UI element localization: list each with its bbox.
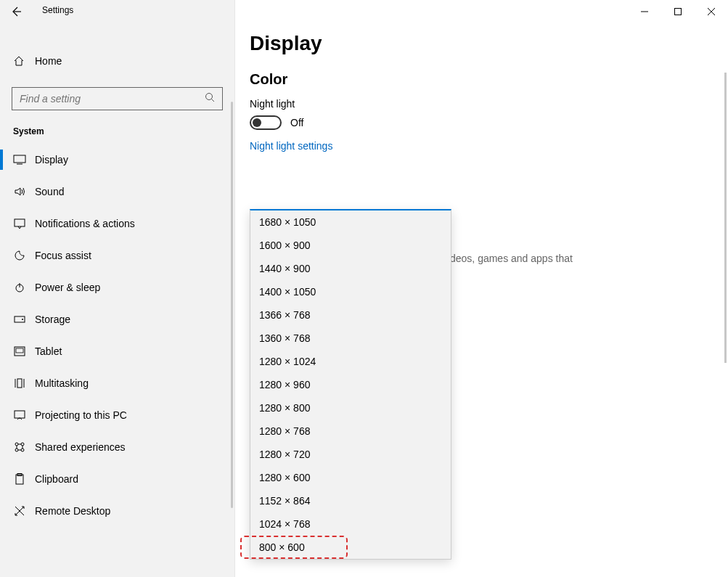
- svg-point-22: [15, 449, 18, 451]
- back-button[interactable]: [0, 0, 32, 23]
- resolution-dropdown[interactable]: 1680 × 1050 1600 × 900 1440 × 900 1400 ×…: [250, 209, 451, 560]
- main-scrollbar[interactable]: [724, 73, 727, 363]
- svg-rect-17: [17, 379, 22, 388]
- maximize-button[interactable]: [661, 0, 695, 23]
- svg-point-23: [21, 449, 24, 451]
- page-title: Display: [250, 32, 714, 55]
- svg-rect-15: [16, 348, 23, 353]
- resolution-option[interactable]: 1280 × 960: [250, 373, 451, 396]
- nav-focus-assist[interactable]: Focus assist: [0, 240, 234, 271]
- resolution-option[interactable]: 1024 × 768: [250, 512, 451, 536]
- resolution-option[interactable]: 1360 × 768: [250, 327, 451, 350]
- search-box[interactable]: [12, 87, 223, 110]
- home-icon: [13, 55, 26, 67]
- resolution-option[interactable]: 1366 × 768: [250, 303, 451, 327]
- svg-rect-9: [15, 219, 25, 226]
- night-light-toggle[interactable]: [250, 115, 282, 130]
- nav-clipboard[interactable]: Clipboard: [0, 463, 234, 495]
- resolution-option[interactable]: 1680 × 1050: [250, 210, 451, 234]
- power-icon: [13, 282, 26, 293]
- resolution-option[interactable]: 1440 × 900: [250, 257, 451, 280]
- multitasking-icon: [13, 378, 26, 388]
- resolution-option[interactable]: 1280 × 1024: [250, 350, 451, 373]
- sound-icon: [13, 186, 26, 197]
- hdr-description: deos, games and apps that: [450, 253, 728, 264]
- svg-point-13: [22, 319, 23, 320]
- nav-sound[interactable]: Sound: [0, 176, 234, 208]
- nav-display[interactable]: Display: [0, 144, 234, 176]
- remote-desktop-icon: [13, 505, 26, 517]
- search-input[interactable]: [20, 93, 194, 105]
- nav-storage[interactable]: Storage: [0, 303, 234, 335]
- svg-point-20: [15, 443, 18, 446]
- nav-remote-desktop[interactable]: Remote Desktop: [0, 495, 234, 527]
- sidebar-header: Settings: [0, 0, 234, 23]
- close-button[interactable]: [695, 0, 728, 23]
- resolution-option[interactable]: 1152 × 864: [250, 489, 451, 512]
- clipboard-icon: [13, 473, 26, 485]
- sidebar-scrollbar[interactable]: [231, 102, 233, 508]
- nav-multitasking[interactable]: Multitasking: [0, 367, 234, 399]
- section-title: System: [13, 126, 234, 136]
- resolution-option[interactable]: 1280 × 720: [250, 443, 451, 466]
- display-icon: [13, 155, 26, 165]
- resolution-option[interactable]: 1280 × 800: [250, 396, 451, 420]
- home-nav[interactable]: Home: [0, 45, 234, 77]
- projecting-icon: [13, 410, 26, 420]
- app-title: Settings: [42, 5, 73, 15]
- nav-shared-experiences[interactable]: Shared experiences: [0, 431, 234, 463]
- storage-icon: [13, 316, 26, 323]
- resolution-option[interactable]: 1280 × 600: [250, 466, 451, 489]
- notifications-icon: [13, 218, 26, 229]
- shared-experiences-icon: [13, 441, 26, 453]
- resolution-option[interactable]: 1600 × 900: [250, 234, 451, 257]
- nav-power-sleep[interactable]: Power & sleep: [0, 271, 234, 303]
- toggle-state: Off: [290, 117, 303, 128]
- night-light-settings-link[interactable]: Night light settings: [250, 140, 714, 152]
- nav-notifications[interactable]: Notifications & actions: [0, 208, 234, 240]
- home-label: Home: [35, 55, 62, 67]
- svg-point-5: [206, 94, 213, 100]
- main-content: Display Color Night light Off Night ligh…: [250, 32, 714, 152]
- nav-tablet[interactable]: Tablet: [0, 335, 234, 367]
- resolution-option[interactable]: 1400 × 1050: [250, 280, 451, 303]
- svg-rect-7: [14, 155, 25, 163]
- resolution-option[interactable]: 1280 × 768: [250, 420, 451, 443]
- svg-rect-1: [675, 9, 682, 15]
- resolution-option[interactable]: 800 × 600: [250, 536, 451, 559]
- nav-projecting[interactable]: Projecting to this PC: [0, 399, 234, 431]
- tablet-icon: [13, 346, 26, 356]
- color-heading: Color: [250, 71, 714, 88]
- svg-rect-19: [15, 411, 25, 418]
- focus-assist-icon: [13, 250, 26, 261]
- search-icon: [205, 92, 215, 105]
- svg-line-6: [212, 99, 215, 102]
- night-light-label: Night light: [250, 98, 714, 110]
- minimize-button[interactable]: [628, 0, 661, 23]
- sidebar: Settings Home System Display Sound Notif…: [0, 0, 235, 577]
- svg-point-21: [21, 443, 24, 446]
